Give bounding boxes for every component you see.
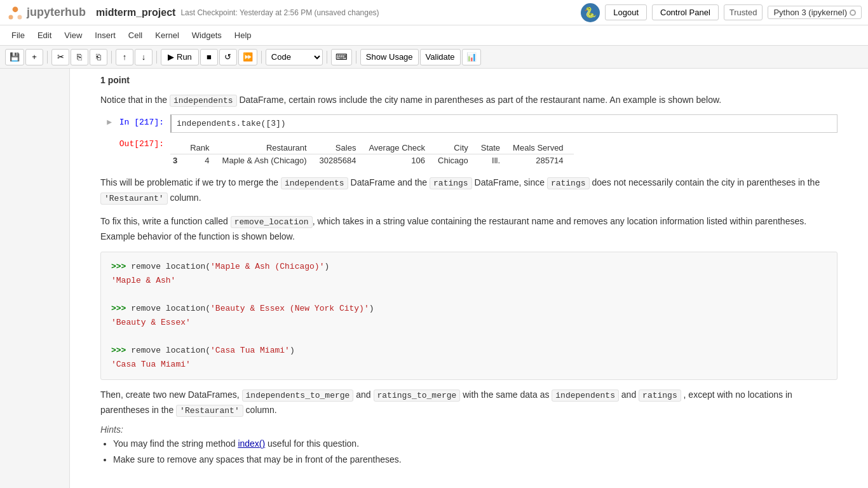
para2-code4: 'Restaurant' — [100, 193, 168, 205]
content-area: 1 point Notice that in the independents … — [70, 69, 868, 488]
py-call-2b: ) — [369, 304, 374, 313]
control-panel-button[interactable]: Control Panel — [652, 4, 719, 20]
py-call-3b: ) — [290, 346, 295, 355]
para4-end: column. — [243, 405, 277, 415]
py-prompt-2: >>> — [111, 304, 126, 313]
toolbar: 💾 + ✂ ⎘ ⎗ ↑ ↓ ▶ Run ■ ↺ ⏩ Code Markdown … — [0, 46, 868, 69]
code-block-line-1: >>> remove location('Maple & Ash (Chicag… — [111, 260, 827, 274]
run-label: Run — [177, 52, 192, 62]
output-table-217: Rank Restaurant Sales Average Check City… — [170, 142, 574, 166]
restart-all-button[interactable]: ⏩ — [238, 49, 257, 65]
para2-section: This will be problematic if we try to me… — [100, 173, 837, 208]
restart-button[interactable]: ↺ — [219, 49, 237, 65]
menubar: File Edit View Insert Cell Kernel Widget… — [0, 25, 868, 46]
hints-section: Hints: You may find the string method in… — [100, 424, 837, 466]
para4-code3: independents — [552, 390, 619, 402]
point-heading: 1 point — [100, 75, 837, 85]
show-usage-button[interactable]: Show Usage — [360, 49, 419, 65]
cut-button[interactable]: ✂ — [51, 49, 69, 65]
run-button[interactable]: ▶ Run — [161, 49, 199, 65]
col-header-index — [170, 142, 187, 154]
keyboard-shortcuts-button[interactable]: ⌨ — [331, 49, 352, 65]
toolbar-separator-4 — [261, 51, 262, 64]
col-header-meals: Meals Served — [510, 142, 573, 154]
code-block-line-4: 'Beauty & Essex' — [111, 316, 827, 330]
kernel-status: Python 3 (ipykernel) — [768, 6, 862, 19]
para2-end: column. — [168, 193, 201, 203]
col-header-restaurant: Restaurant — [220, 142, 317, 154]
para2-mid1: DataFrame and the — [348, 177, 430, 187]
paste-button[interactable]: ⎗ — [90, 49, 107, 65]
row-meals: 285714 — [510, 154, 573, 166]
move-down-button[interactable]: ↓ — [135, 49, 153, 65]
py-call-1b: ) — [324, 262, 329, 271]
cell-type-select[interactable]: Code Markdown Raw — [266, 49, 323, 65]
code-block-line-3: >>> remove location('Beauty & Essex (New… — [111, 302, 827, 316]
code-input-body-217: independents.take([3]) — [170, 114, 837, 133]
stop-button[interactable]: ■ — [200, 49, 218, 65]
para1-section: Notice that in the independents DataFram… — [100, 90, 837, 111]
cell-area: 1 point Notice that in the independents … — [88, 69, 850, 477]
hint-1: You may find the string method index() u… — [113, 437, 837, 451]
col-header-avg-check: Average Check — [366, 142, 435, 154]
sidebar-left — [0, 69, 70, 488]
code-block-line-5: >>> remove location('Casa Tua Miami') — [111, 344, 827, 358]
output-cell-217: Out[217]: Rank Restaurant Sales Average … — [100, 137, 837, 169]
menu-cell[interactable]: Cell — [122, 28, 149, 43]
para1-after: DataFrame, certain rows include the city… — [237, 95, 722, 105]
para4-code4: ratings — [639, 390, 681, 402]
out-prompt-217: Out[217]: — [100, 137, 170, 169]
code-cell-217: ▶ In [217]: independents.take([3]) — [100, 114, 837, 133]
row-city: Chicago — [435, 154, 478, 166]
python-icon: 🐍 — [581, 3, 600, 22]
menu-view[interactable]: View — [58, 28, 88, 43]
menu-edit[interactable]: Edit — [31, 28, 58, 43]
para4-mid1: and — [353, 390, 373, 400]
toolbar-separator-5 — [327, 51, 327, 64]
header-right: 🐍 Logout Control Panel Trusted Python 3 … — [581, 3, 862, 22]
copy-button[interactable]: ⎘ — [71, 49, 88, 65]
run-indicator-217: ▶ — [107, 118, 112, 127]
py-arg-3: 'Casa Tua Miami' — [210, 346, 290, 355]
hint1-before: You may find the string method — [113, 438, 238, 449]
validate-button[interactable]: Validate — [420, 49, 461, 65]
index-method-link[interactable]: index() — [238, 438, 265, 449]
run-triangle-icon: ▶ — [168, 52, 174, 62]
logo-text: jupyterhub — [27, 6, 86, 19]
py-prompt-1: >>> — [111, 262, 126, 271]
py-arg-2: 'Beauty & Essex (New York City)' — [210, 304, 369, 313]
menu-help[interactable]: Help — [228, 28, 258, 43]
point-heading-section: 1 point — [100, 75, 837, 85]
code-block-line-6: 'Casa Tua Miami' — [111, 358, 827, 372]
py-arg-1: 'Maple & Ash (Chicago)' — [210, 262, 324, 271]
para2-code3: ratings — [547, 177, 590, 189]
code-input-217[interactable]: independents.take([3]) — [170, 114, 837, 133]
svg-point-2 — [18, 15, 22, 19]
hints-list: You may find the string method index() u… — [100, 437, 837, 466]
menu-file[interactable]: File — [5, 28, 31, 43]
header: jupyterhub midterm_project Last Checkpoi… — [0, 0, 868, 25]
notebook-title[interactable]: midterm_project — [96, 7, 175, 18]
chart-button[interactable]: 📊 — [462, 49, 481, 65]
move-up-button[interactable]: ↑ — [116, 49, 133, 65]
col-header-city: City — [435, 142, 478, 154]
menu-widgets[interactable]: Widgets — [186, 28, 228, 43]
menu-insert[interactable]: Insert — [88, 28, 122, 43]
para2-code1: independents — [281, 177, 348, 189]
table-row: 3 4 Maple & Ash (Chicago) 30285684 106 C… — [170, 154, 574, 166]
para3-code: remove_location — [231, 216, 313, 228]
row-restaurant: Maple & Ash (Chicago) — [220, 154, 317, 166]
py-prompt-3: >>> — [111, 346, 126, 355]
logout-button[interactable]: Logout — [605, 4, 647, 20]
output-body-217: Rank Restaurant Sales Average Check City… — [170, 137, 837, 169]
para4-section: Then, create two new DataFrames, indepen… — [100, 385, 837, 421]
menu-kernel[interactable]: Kernel — [149, 28, 186, 43]
hint1-after: useful for this question. — [265, 438, 359, 449]
row-index: 3 — [170, 154, 187, 166]
para4-code5: 'Restaurant' — [176, 405, 243, 417]
py-call-1: remove location( — [131, 262, 210, 271]
add-cell-button[interactable]: + — [25, 49, 43, 65]
save-button[interactable]: 💾 — [5, 49, 24, 65]
para3-before: To fix this, write a function called — [100, 216, 231, 226]
row-state: Ill. — [478, 154, 510, 166]
